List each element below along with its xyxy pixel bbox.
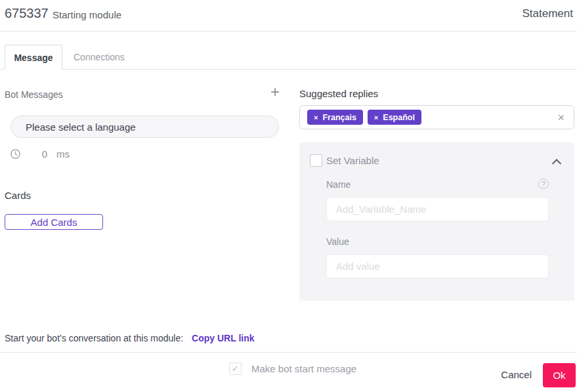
module-name: Starting module xyxy=(53,9,121,20)
tab-connections[interactable]: Connections xyxy=(74,52,125,62)
delay-unit-label: ms xyxy=(56,148,70,160)
remove-tag-icon[interactable]: × xyxy=(314,114,318,121)
make-bot-start-group: ✓ Make bot start message xyxy=(229,362,356,375)
module-id: 675337 xyxy=(5,6,49,21)
header-divider xyxy=(0,31,577,32)
reply-tag-label: Español xyxy=(383,113,415,122)
bot-message-text: Please select a language xyxy=(26,121,136,133)
variable-value-input[interactable] xyxy=(326,254,549,278)
help-icon[interactable]: ? xyxy=(538,179,549,189)
ok-button[interactable]: Ok xyxy=(543,363,576,387)
make-bot-start-label: Make bot start message xyxy=(251,363,356,374)
add-message-icon[interactable]: + xyxy=(270,84,280,100)
remove-tag-icon[interactable]: × xyxy=(374,114,378,121)
suggested-replies-input[interactable]: × Français × Español × xyxy=(299,105,574,129)
value-label: Value xyxy=(326,236,349,247)
set-variable-checkbox[interactable] xyxy=(310,154,322,167)
bot-messages-title: Bot Messages xyxy=(5,89,63,100)
module-type-label: Statement xyxy=(523,7,574,20)
cards-title: Cards xyxy=(5,190,31,201)
make-bot-start-checkbox[interactable]: ✓ xyxy=(229,362,242,375)
module-editor-dialog: 675337 Starting module Statement Message… xyxy=(0,0,577,392)
reply-tag: × Español xyxy=(368,110,421,125)
start-conversation-row: Start your bot’s conversation at this mo… xyxy=(5,333,255,343)
set-variable-title: Set Variable xyxy=(326,155,379,166)
start-conversation-text: Start your bot’s conversation at this mo… xyxy=(5,333,183,343)
copy-url-link[interactable]: Copy URL link xyxy=(192,333,254,343)
bot-message-bubble[interactable]: Please select a language xyxy=(11,116,279,138)
add-cards-button[interactable]: Add Cards xyxy=(5,214,103,230)
cancel-button[interactable]: Cancel xyxy=(501,369,532,380)
check-icon: ✓ xyxy=(232,364,239,374)
delay-value[interactable]: 0 xyxy=(38,148,51,160)
suggested-replies-title: Suggested replies xyxy=(299,88,378,99)
reply-tag-label: Français xyxy=(322,113,356,122)
clock-icon xyxy=(11,149,20,159)
set-variable-panel: Set Variable Name ? Value xyxy=(299,142,574,301)
tab-bar-divider xyxy=(0,69,577,70)
tab-message[interactable]: Message xyxy=(5,45,62,70)
reply-tag: × Français xyxy=(307,110,363,125)
chevron-up-icon[interactable] xyxy=(552,159,561,168)
clear-replies-icon[interactable]: × xyxy=(557,112,565,123)
name-label: Name xyxy=(326,179,351,190)
variable-name-input[interactable] xyxy=(326,197,549,221)
footer-divider xyxy=(0,352,577,353)
